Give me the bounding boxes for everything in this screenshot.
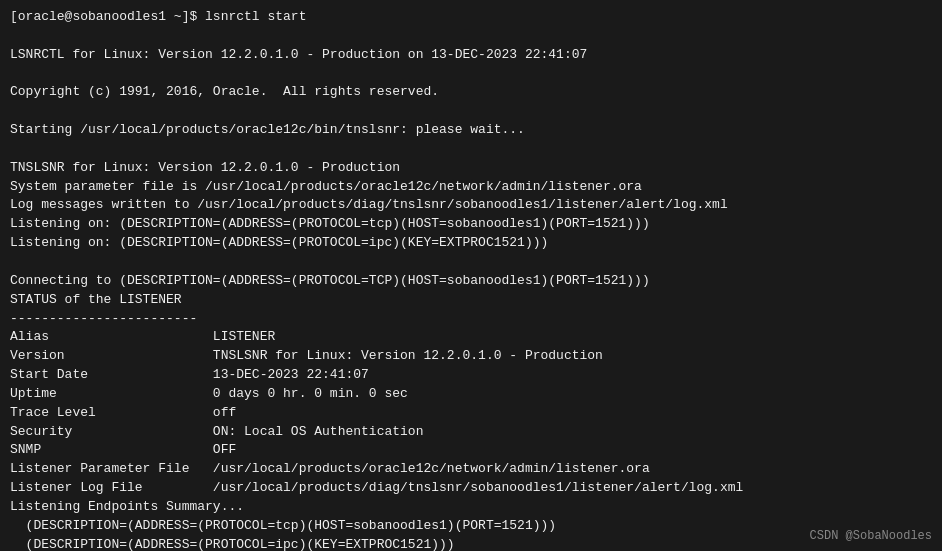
- terminal-content: [oracle@sobanoodles1 ~]$ lsnrctl start L…: [10, 8, 932, 551]
- terminal-line: Listener Log File /usr/local/products/di…: [10, 479, 932, 498]
- terminal-line: Security ON: Local OS Authentication: [10, 423, 932, 442]
- terminal-line: Trace Level off: [10, 404, 932, 423]
- terminal-line: LSNRCTL for Linux: Version 12.2.0.1.0 - …: [10, 46, 932, 65]
- terminal-line: Listener Parameter File /usr/local/produ…: [10, 460, 932, 479]
- terminal-line: Listening on: (DESCRIPTION=(ADDRESS=(PRO…: [10, 234, 932, 253]
- terminal-line: [10, 65, 932, 84]
- terminal-line: System parameter file is /usr/local/prod…: [10, 178, 932, 197]
- terminal-line: Uptime 0 days 0 hr. 0 min. 0 sec: [10, 385, 932, 404]
- terminal-line: [10, 102, 932, 121]
- terminal-line: [10, 140, 932, 159]
- terminal-line: Start Date 13-DEC-2023 22:41:07: [10, 366, 932, 385]
- terminal-line: [10, 27, 932, 46]
- terminal-line: Connecting to (DESCRIPTION=(ADDRESS=(PRO…: [10, 272, 932, 291]
- terminal-line: Copyright (c) 1991, 2016, Oracle. All ri…: [10, 83, 932, 102]
- terminal-line: SNMP OFF: [10, 441, 932, 460]
- terminal-window: [oracle@sobanoodles1 ~]$ lsnrctl start L…: [0, 0, 942, 551]
- terminal-line: ------------------------: [10, 310, 932, 329]
- terminal-line: STATUS of the LISTENER: [10, 291, 932, 310]
- terminal-line: Starting /usr/local/products/oracle12c/b…: [10, 121, 932, 140]
- terminal-line: Log messages written to /usr/local/produ…: [10, 196, 932, 215]
- terminal-line: [oracle@sobanoodles1 ~]$ lsnrctl start: [10, 8, 932, 27]
- terminal-line: Listening on: (DESCRIPTION=(ADDRESS=(PRO…: [10, 215, 932, 234]
- terminal-line: (DESCRIPTION=(ADDRESS=(PROTOCOL=tcp)(HOS…: [10, 517, 932, 536]
- terminal-line: TNSLSNR for Linux: Version 12.2.0.1.0 - …: [10, 159, 932, 178]
- terminal-line: [10, 253, 932, 272]
- terminal-line: Listening Endpoints Summary...: [10, 498, 932, 517]
- terminal-line: Alias LISTENER: [10, 328, 932, 347]
- terminal-line: Version TNSLSNR for Linux: Version 12.2.…: [10, 347, 932, 366]
- terminal-line: (DESCRIPTION=(ADDRESS=(PROTOCOL=ipc)(KEY…: [10, 536, 932, 551]
- watermark: CSDN @SobaNoodles: [810, 529, 932, 543]
